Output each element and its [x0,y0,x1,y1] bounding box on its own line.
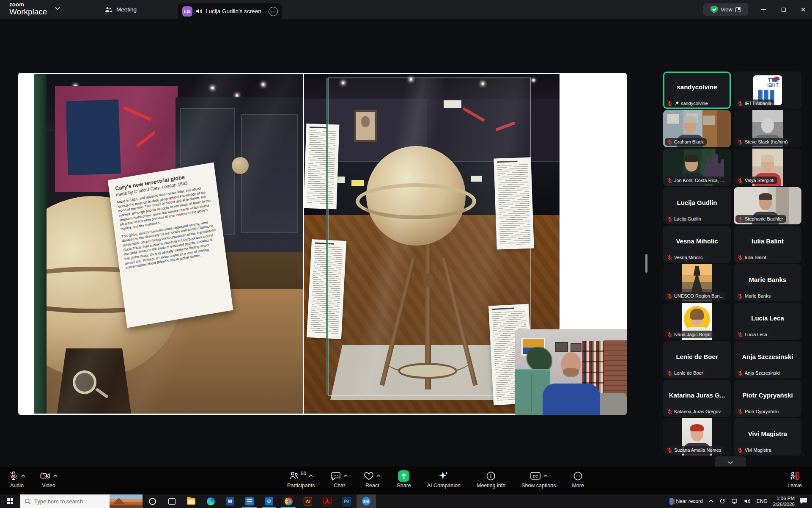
participants-button[interactable]: 50 Participants [287,470,315,489]
participant-tile[interactable]: Marie Banks Marie Banks [734,264,801,301]
teams-tray-icon[interactable] [719,498,726,504]
clock-time: 1:06 PM [773,495,795,501]
react-button[interactable]: React [364,470,381,489]
meeting-main-area: Cary's new terrestrial globe made by C a… [0,19,812,467]
weather-label: Near record [676,498,702,504]
participant-label: Lenie de Boer [665,369,706,377]
minimize-button[interactable] [754,0,773,19]
captions-options-chevron[interactable] [543,475,548,477]
word-icon-glyph: W [226,497,234,505]
acrobat-icon[interactable]: 人 [318,494,337,508]
participant-label: Marie Banks [735,292,774,300]
participant-label: Valya Stergioti [735,177,777,184]
workspace-chevron-down-icon[interactable] [55,7,60,10]
volume-icon[interactable] [744,498,751,504]
tab-screen-share[interactable]: LG Lucija Gudlin's screen ... [178,3,282,19]
participant-tile[interactable]: Ivana Jagic Boljat [663,303,731,340]
photoshop-icon[interactable]: Ps [337,494,357,508]
chevron-down-icon [727,461,734,464]
participant-display-name: Marie Banks [734,276,801,283]
share-button[interactable]: Share [397,470,411,489]
maximize-button[interactable] [774,0,793,19]
react-options-chevron[interactable] [376,475,381,477]
zoom-meeting-toolbar: Audio Video 50 [0,467,812,494]
more-button[interactable]: More [572,470,584,489]
chat-button[interactable]: Chat [331,470,348,489]
info-icon [486,471,496,481]
participant-tile[interactable]: Katarina Juras G... Katarina Juras Grego… [663,380,731,417]
language-indicator[interactable]: ENG [757,498,768,504]
ai-companion-button[interactable]: AI Companion [427,470,461,489]
participant-tile[interactable]: Stephanie Baehler [734,187,801,224]
document-app-icon[interactable] [240,494,259,508]
video-button-label: Video [42,483,55,489]
audio-button-label: Audio [10,483,24,489]
tab-options-ellipsis-icon[interactable]: ... [269,7,278,16]
search-input[interactable] [34,498,98,505]
weather-tray-item[interactable]: Near record [669,498,702,505]
pin-icon [674,101,679,106]
search-highlight-image[interactable] [110,494,143,508]
participant-label: Vesna Miholic [665,254,706,261]
video-options-chevron[interactable] [53,475,58,477]
illustrator-icon[interactable]: Ai [298,494,318,508]
more-button-label: More [572,483,584,489]
audio-options-chevron[interactable] [21,475,25,477]
notification-center-icon[interactable] [800,498,807,504]
network-icon[interactable] [731,498,738,504]
leave-door-icon [789,471,800,481]
zoom-app-icon[interactable]: zm [357,494,376,508]
outlook-icon[interactable]: O [259,494,279,508]
edge-icon[interactable] [201,494,220,508]
tray-chevron-up-icon[interactable] [708,500,713,503]
participant-tile[interactable]: Steve Slack (he/him) [734,110,801,147]
meeting-info-button[interactable]: Meeting info [477,470,505,489]
participant-tile[interactable]: Graham Black [663,110,731,147]
show-captions-button[interactable]: CC Show captions [521,470,556,489]
tab-meeting[interactable]: Meeting [101,3,141,16]
participant-label: Jon Kohl, Costa Rica, ... [665,177,727,184]
participant-tile[interactable]: Vesna Miholic Vesna Miholic [663,226,731,263]
participant-tile[interactable]: Lenie de Boer Lenie de Boer [663,341,731,378]
taskbar-search[interactable] [20,494,143,508]
participant-tile[interactable]: Valya Stergioti [734,149,801,186]
start-button[interactable] [0,494,20,508]
document-app-icon-glyph [245,497,254,505]
participant-tile[interactable]: Piotr Cypryański Piotr Cypryański [734,380,801,417]
share-button-label: Share [397,483,411,489]
meeting-info-label: Meeting info [477,483,505,489]
close-button[interactable]: ✕ [793,0,812,19]
participants-options-chevron[interactable] [309,475,313,477]
panel-resize-handle[interactable] [645,254,647,273]
file-explorer-icon[interactable] [181,494,201,508]
participant-tile[interactable]: sandycolvine sandycolvine [663,72,731,109]
participant-tile[interactable]: Iulia Balint Iulia Balint [734,226,801,263]
participant-label: Iulia Balint [735,254,769,261]
muted-mic-icon [738,409,743,414]
thermometer-icon [669,498,673,505]
participant-tile[interactable]: Lucia Leca Lucia Leca [734,303,801,340]
muted-mic-icon [738,447,743,453]
participant-tile[interactable]: IETT THEI IETT Albania [734,72,801,109]
participant-tile[interactable]: Suzana Amalia Nemes [663,418,731,456]
participant-tile[interactable]: Anja Szczesinski Anja Szczesinski [734,341,801,378]
task-view-icon[interactable] [162,494,181,508]
chat-options-chevron[interactable] [343,475,348,477]
museum-photo-globe-closeup: Cary's new terrestrial globe made by C a… [34,74,303,414]
chrome-icon[interactable] [279,494,298,508]
participant-tile[interactable]: UNESCO Region Ban... [663,264,731,301]
word-icon[interactable]: W [220,494,240,508]
participant-tile[interactable]: Lucija Gudlin Lucija Gudlin [663,187,731,224]
screen-share-avatar: LG [182,6,192,17]
view-button[interactable]: View [703,3,748,16]
audio-button[interactable]: Audio [8,470,25,489]
participant-tile[interactable]: Jon Kohl, Costa Rica, ... [663,149,731,186]
participant-tile[interactable]: Vivi Magistra Vivi Magistra [734,418,801,456]
taskbar-clock[interactable]: 1:06 PM 2/26/2026 [773,495,795,508]
mic-muted-icon [8,471,19,481]
participant-label: Katarina Juras Gregov [665,408,724,415]
cortana-icon[interactable] [143,494,162,508]
leave-button[interactable]: Leave [787,470,802,489]
participants-icon [289,471,299,480]
video-button[interactable]: Video [40,470,58,489]
